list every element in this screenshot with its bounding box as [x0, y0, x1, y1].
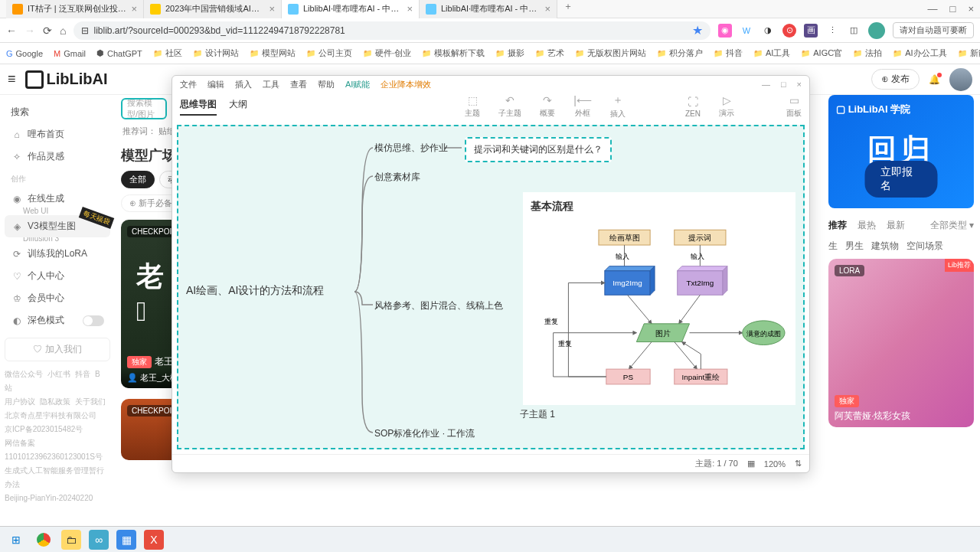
map-icon[interactable]: ▦ — [747, 459, 755, 469]
bookmark-folder[interactable]: 无版权图片网站 — [575, 47, 646, 59]
darkmode-toggle[interactable] — [83, 315, 104, 326]
bookmark-folder[interactable]: 法拍 — [853, 47, 882, 59]
menu-ai[interactable]: AI赋能 — [345, 79, 370, 90]
sidebar-item-darkmode[interactable]: ◐深色模式 — [5, 309, 110, 332]
ext-icon[interactable]: W — [740, 24, 753, 38]
mindmap-branch[interactable]: SOP标准化作业 · 工作流 — [374, 427, 475, 440]
menu-tools[interactable]: 工具 — [263, 79, 279, 90]
sidebar-search[interactable]: 搜索 — [5, 101, 110, 123]
app-icon[interactable]: ∞ — [89, 530, 109, 550]
model-card[interactable]: LORA Lib推荐 独家 阿芙蕾娅·炫彩女孩 — [828, 259, 974, 427]
browser-tab[interactable]: IT桔子 | 泛互联网创业投资项目× — [6, 0, 144, 18]
back-icon[interactable]: ← — [6, 24, 17, 37]
tag[interactable]: 空间场景 — [906, 240, 943, 253]
tab-mindmap[interactable]: 思维导图 — [180, 98, 217, 116]
tool-present[interactable]: ▷演示 — [719, 94, 734, 119]
autofill-button[interactable]: 请对自动题可要断 — [893, 22, 974, 38]
tool-summary[interactable]: ↷概要 — [540, 94, 555, 119]
ext-icon[interactable]: 画 — [804, 24, 818, 38]
close-icon[interactable]: × — [131, 3, 137, 15]
bookmark[interactable]: ⬢ChatGPT — [96, 48, 142, 58]
ext-icon[interactable]: ⋮ — [825, 24, 839, 38]
new-tab-button[interactable]: ＋ — [557, 0, 579, 18]
chrome-icon[interactable] — [34, 530, 54, 550]
tool-topic[interactable]: ⬚主题 — [465, 94, 480, 119]
menu-icon[interactable]: ≡ — [8, 71, 16, 87]
menu-file[interactable]: 文件 — [180, 79, 197, 90]
tab-outline[interactable]: 大纲 — [229, 98, 247, 116]
start-icon[interactable]: ⊞ — [6, 530, 26, 550]
site-info-icon[interactable]: ⊟ — [81, 25, 89, 36]
sidebar-item-v3[interactable]: ◈V3模型生图每天福袋 — [5, 215, 110, 237]
bookmark-folder[interactable]: 积分落户 — [657, 47, 703, 59]
sidebar-item-inspiration[interactable]: ✧作品灵感 — [5, 145, 110, 168]
tag[interactable]: 建筑物 — [871, 240, 899, 253]
close-icon[interactable]: × — [797, 80, 802, 89]
minimize-icon[interactable]: — — [928, 3, 938, 15]
forward-icon[interactable]: → — [24, 24, 35, 37]
zoom-level[interactable]: 120% — [764, 459, 786, 469]
tag[interactable]: 生 — [828, 240, 838, 253]
bookmark-folder[interactable]: 艺术 — [535, 47, 564, 59]
sidebar-item-home[interactable]: ⌂哩布首页 — [5, 123, 110, 145]
bookmark-folder[interactable]: 摄影 — [495, 47, 524, 59]
ext-icon[interactable]: ⊙ — [782, 24, 796, 38]
profile-avatar[interactable] — [868, 22, 885, 39]
close-window-icon[interactable]: × — [968, 3, 974, 15]
academy-banner[interactable]: ▢ LibLibAI 学院 回归 立即报名 — [828, 95, 974, 208]
sidebar-item-vip[interactable]: ♔会员中心 — [5, 287, 110, 309]
address-bar[interactable]: ⊟ liblib.art/?sourceId=000293&bd_vid=111… — [74, 21, 710, 40]
tool-boundary[interactable]: |⟵外框 — [573, 94, 592, 119]
ext-icon[interactable]: ◉ — [718, 24, 732, 38]
sort-new[interactable]: 最新 — [887, 219, 905, 232]
sort-hot[interactable]: 最热 — [858, 219, 876, 232]
menu-help[interactable]: 帮助 — [318, 79, 335, 90]
search-input[interactable]: 搜索模型/图片 — [121, 98, 167, 119]
bookmark[interactable]: MGmail — [54, 49, 86, 58]
bookmark-folder[interactable]: 硬件·创业 — [363, 47, 411, 59]
menu-edit[interactable]: 编辑 — [207, 79, 224, 90]
ext-icon[interactable]: ◑ — [761, 24, 775, 38]
close-icon[interactable]: × — [269, 3, 275, 15]
bookmark-folder[interactable]: AI办公工具 — [893, 47, 946, 59]
menu-view[interactable]: 查看 — [290, 79, 307, 90]
sidepanel-icon[interactable]: ◫ — [847, 24, 861, 38]
browser-tab-active[interactable]: LiblibAI·哩布哩布AI - 中国领先× — [282, 0, 420, 18]
browser-tab[interactable]: 2023年中国营销领域AIGC技× — [144, 0, 282, 18]
bookmark-folder[interactable]: 模型网站 — [250, 47, 296, 59]
tool-panel[interactable]: ▭面板 — [786, 94, 802, 119]
filter-chip-all[interactable]: 全部 — [121, 171, 155, 188]
mindmap-subtopic[interactable]: 子主题 1 — [520, 408, 555, 421]
notification-icon[interactable]: 🔔 — [929, 74, 940, 85]
bookmark-folder[interactable]: 设计网站 — [193, 47, 239, 59]
sidebar-item-profile[interactable]: ♡个人中心 — [5, 265, 110, 287]
app-icon[interactable]: X — [144, 530, 164, 550]
menu-enterprise[interactable]: 企业降本增效 — [381, 79, 431, 90]
browser-tab[interactable]: LiblibAI·哩布哩布AI - 中国领先× — [420, 0, 557, 18]
type-select[interactable]: 全部类型 ▾ — [930, 219, 974, 232]
close-icon[interactable]: × — [544, 3, 550, 15]
minimize-icon[interactable]: — — [762, 80, 770, 89]
star-icon[interactable]: ★ — [692, 23, 703, 38]
explorer-icon[interactable]: 🗀 — [61, 530, 81, 550]
user-avatar[interactable] — [949, 68, 972, 91]
bookmark[interactable]: GGoogle — [6, 49, 43, 58]
mindmap-branch[interactable]: 模仿思维、抄作业 — [374, 142, 448, 155]
sort-recommend[interactable]: 推荐 — [828, 219, 847, 232]
mindmap-root-node[interactable]: AI绘画、AI设计的方法和流程 — [186, 284, 324, 298]
maximize-icon[interactable]: □ — [950, 3, 956, 15]
reload-icon[interactable]: ⟳ — [43, 24, 52, 37]
tag[interactable]: 男生 — [845, 240, 864, 253]
menu-insert[interactable]: 插入 — [235, 79, 252, 90]
close-icon[interactable]: × — [407, 3, 413, 15]
publish-button[interactable]: ⊕ 发布 — [871, 69, 920, 90]
bookmark-folder[interactable]: 模板解析下载 — [422, 47, 485, 59]
tool-insert[interactable]: ＋插入 — [610, 93, 626, 119]
mindmap-canvas[interactable]: AI绘画、AI设计的方法和流程 模仿思维、抄作业 创意素材库 风格参考、图片混合… — [177, 125, 805, 449]
maximize-icon[interactable]: □ — [781, 80, 786, 89]
bookmark-folder[interactable]: 新能源汽车 — [958, 47, 980, 59]
mindmap-branch[interactable]: 风格参考、图片混合、线稿上色 — [374, 299, 503, 312]
app-icon[interactable]: ▦ — [116, 530, 136, 550]
tool-zen[interactable]: ⛶ZEN — [685, 96, 701, 118]
join-us-button[interactable]: ♡ 加入我们 — [5, 338, 110, 361]
